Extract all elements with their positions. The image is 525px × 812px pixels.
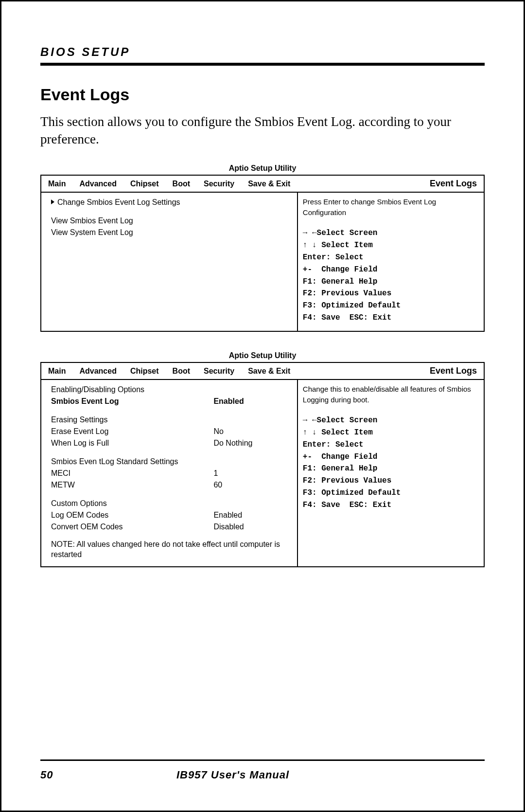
bios-frame: Main Advanced Chipset Boot Security Save… bbox=[40, 175, 485, 332]
setting-label: METW bbox=[51, 479, 213, 491]
help-description: Press Enter to change Smbios Event Log C… bbox=[303, 197, 479, 218]
settings-note: NOTE: All values changed here do not tak… bbox=[51, 540, 290, 560]
tab-main[interactable]: Main bbox=[48, 180, 66, 188]
setting-value: 60 bbox=[213, 479, 290, 491]
bios-screenshot-1: Aptio Setup Utility Main Advanced Chipse… bbox=[40, 164, 485, 332]
tab-boot[interactable]: Boot bbox=[173, 180, 190, 188]
tab-advanced[interactable]: Advanced bbox=[79, 367, 116, 376]
page-footer: 50 IB957 User's Manual bbox=[40, 759, 485, 781]
page-number: 50 bbox=[40, 769, 138, 781]
setting-value: No bbox=[213, 426, 290, 437]
tab-advanced[interactable]: Advanced bbox=[79, 180, 116, 188]
setting-metw[interactable]: METW 60 bbox=[51, 479, 290, 491]
tab-save-exit[interactable]: Save & Exit bbox=[248, 180, 290, 188]
setting-value: Do Nothing bbox=[213, 437, 290, 449]
triangle-right-icon bbox=[51, 199, 54, 204]
bios-frame: Main Advanced Chipset Boot Security Save… bbox=[40, 362, 485, 568]
document-page: BIOS SETUP Event Logs This section allow… bbox=[0, 0, 525, 812]
bios-tabs: Main Advanced Chipset Boot Security Save… bbox=[41, 176, 484, 193]
group-header-enabling: Enabling/Disabling Options bbox=[51, 384, 290, 396]
setting-label: MECI bbox=[51, 468, 213, 479]
menu-item-change-settings[interactable]: Change Smbios Event Log Settings bbox=[51, 197, 290, 208]
bios-body: Change Smbios Event Log Settings View Sm… bbox=[41, 193, 484, 331]
tab-event-logs[interactable]: Event Logs bbox=[430, 366, 477, 376]
tab-security[interactable]: Security bbox=[204, 367, 234, 376]
tab-chipset[interactable]: Chipset bbox=[130, 180, 159, 188]
setting-label: Convert OEM Codes bbox=[51, 521, 213, 533]
setting-when-log-full[interactable]: When Log is Full Do Nothing bbox=[51, 437, 290, 449]
setting-label: Log OEM Codes bbox=[51, 509, 213, 521]
bios-right-column: Change this to enable/disable all featur… bbox=[298, 380, 484, 567]
bios-body: Enabling/Disabling Options Smbios Event … bbox=[41, 380, 484, 567]
setting-value: Enabled bbox=[213, 509, 290, 521]
tab-chipset[interactable]: Chipset bbox=[130, 367, 159, 376]
bios-right-column: Press Enter to change Smbios Event Log C… bbox=[298, 193, 484, 331]
setting-convert-oem-codes[interactable]: Convert OEM Codes Disabled bbox=[51, 521, 290, 533]
section-title: Event Logs bbox=[40, 85, 485, 104]
group-header-custom: Custom Options bbox=[51, 498, 290, 509]
header-rule bbox=[40, 63, 485, 66]
bios-utility-title: Aptio Setup Utility bbox=[40, 351, 485, 360]
tab-save-exit[interactable]: Save & Exit bbox=[248, 367, 290, 376]
bios-left-column: Enabling/Disabling Options Smbios Event … bbox=[41, 380, 298, 567]
header-label: BIOS SETUP bbox=[40, 45, 485, 59]
setting-label: Erase Event Log bbox=[51, 426, 213, 437]
tab-event-logs[interactable]: Event Logs bbox=[430, 179, 477, 189]
tab-main[interactable]: Main bbox=[48, 367, 66, 376]
tab-security[interactable]: Security bbox=[204, 180, 234, 188]
setting-log-oem-codes[interactable]: Log OEM Codes Enabled bbox=[51, 509, 290, 521]
group-header-standard: Smbios Even tLog Standard Settings bbox=[51, 456, 290, 468]
bios-tabs: Main Advanced Chipset Boot Security Save… bbox=[41, 363, 484, 380]
setting-erase-event-log[interactable]: Erase Event Log No bbox=[51, 426, 290, 437]
section-description: This section allows you to configure the… bbox=[40, 113, 485, 148]
footer-rule bbox=[40, 759, 485, 761]
bios-left-column: Change Smbios Event Log Settings View Sm… bbox=[41, 193, 298, 331]
setting-smbios-event-log[interactable]: Smbios Event Log Enabled bbox=[51, 396, 290, 407]
menu-item-view-system[interactable]: View System Event Log bbox=[51, 227, 290, 238]
setting-value: Enabled bbox=[213, 396, 290, 407]
menu-item-view-smbios[interactable]: View Smbios Event Log bbox=[51, 215, 290, 227]
bios-screenshot-2: Aptio Setup Utility Main Advanced Chipse… bbox=[40, 351, 485, 568]
setting-label: Smbios Event Log bbox=[51, 396, 213, 407]
help-keys: → ←Select Screen ↑ ↓ Select Item Enter: … bbox=[303, 227, 479, 324]
setting-meci[interactable]: MECI 1 bbox=[51, 468, 290, 479]
manual-title: IB957 User's Manual bbox=[138, 769, 485, 781]
setting-value: 1 bbox=[213, 468, 290, 479]
setting-value: Disabled bbox=[213, 521, 290, 533]
help-description: Change this to enable/disable all featur… bbox=[303, 384, 479, 405]
tab-boot[interactable]: Boot bbox=[173, 367, 190, 376]
bios-utility-title: Aptio Setup Utility bbox=[40, 164, 485, 173]
setting-label: When Log is Full bbox=[51, 437, 213, 449]
help-keys: → ←Select Screen ↑ ↓ Select Item Enter: … bbox=[303, 415, 479, 511]
group-header-erasing: Erasing Settings bbox=[51, 414, 290, 426]
